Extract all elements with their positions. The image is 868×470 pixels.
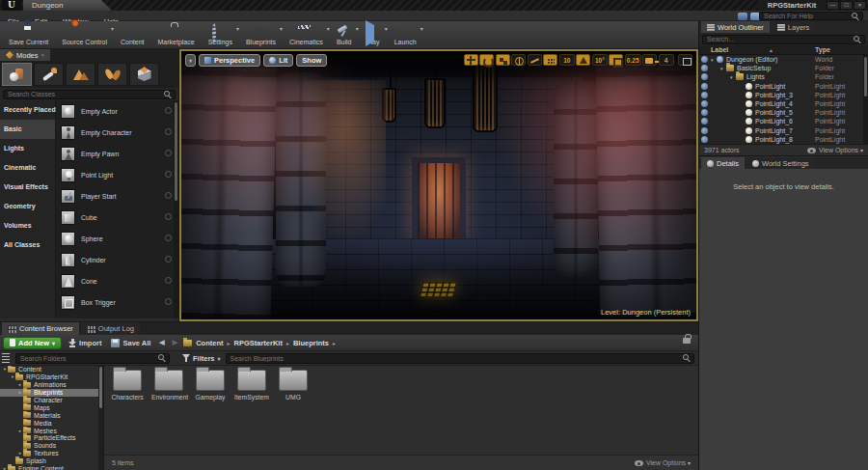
- details-tab[interactable]: Details: [701, 157, 745, 169]
- rotation-snap-value[interactable]: 10°: [592, 54, 608, 66]
- visibility-eye-icon[interactable]: [701, 65, 708, 71]
- placement-category[interactable]: Recently Placed: [0, 100, 55, 120]
- save-all-button[interactable]: Save All: [108, 339, 153, 347]
- toolbar-button[interactable]: Build ▾: [330, 21, 359, 48]
- level-tab[interactable]: Dungeon: [23, 0, 112, 11]
- search-assets-input[interactable]: [227, 354, 693, 363]
- toolbar-button[interactable]: Play ▾: [359, 21, 388, 48]
- lit-mode-button[interactable]: Lit: [263, 54, 293, 67]
- grid-snap-toggle[interactable]: [543, 54, 557, 66]
- tree-folder-row[interactable]: Media: [0, 419, 103, 427]
- outliner-scrollbar[interactable]: [863, 55, 868, 144]
- rotation-snap-toggle[interactable]: [576, 54, 590, 66]
- search-classes-input[interactable]: [4, 91, 175, 98]
- column-label[interactable]: Label: [711, 45, 728, 55]
- asset-folder[interactable]: Environment: [151, 370, 186, 401]
- outliner-row[interactable]: ▾ Dungeon (Editor) World: [699, 55, 868, 64]
- tab-modes[interactable]: Modes ×: [0, 49, 50, 61]
- drag-grip-icon[interactable]: [165, 192, 172, 199]
- tree-folder-row[interactable]: ▸ Engine Content: [0, 465, 103, 470]
- search-folders-input[interactable]: [16, 354, 169, 363]
- tree-folder-row[interactable]: ▸ Meshes: [0, 427, 103, 434]
- visibility-eye-icon[interactable]: [701, 136, 708, 143]
- placeable-item[interactable]: Cylinder: [56, 249, 178, 270]
- tree-folder-row[interactable]: ▾ RPGStarterKit: [0, 373, 103, 381]
- placeable-item[interactable]: Empty Character: [56, 122, 178, 143]
- visibility-eye-icon[interactable]: [701, 118, 708, 124]
- tree-folder-row[interactable]: Materials: [0, 411, 103, 419]
- camera-speed-button[interactable]: [642, 54, 657, 66]
- drag-grip-icon[interactable]: [165, 256, 172, 263]
- breadcrumb-item[interactable]: Content: [196, 339, 223, 347]
- tree-folder-row[interactable]: Splash: [0, 457, 103, 465]
- scale-snap-toggle[interactable]: [609, 54, 623, 66]
- outliner-row[interactable]: PointLight_4 PointLight: [699, 99, 868, 108]
- toolbar-button[interactable]: Save Current: [2, 21, 55, 48]
- placeable-item[interactable]: Sphere: [56, 228, 178, 249]
- drag-grip-icon[interactable]: [165, 128, 172, 135]
- outliner-row[interactable]: PointLight PointLight: [699, 82, 868, 91]
- details-tab[interactable]: World Settings: [746, 157, 815, 169]
- drag-grip-icon[interactable]: [165, 298, 172, 305]
- tree-folder-row[interactable]: Sounds: [0, 442, 103, 450]
- outliner-row[interactable]: PointLight_8 PointLight: [699, 135, 868, 144]
- placeable-item[interactable]: Player Start: [56, 185, 178, 207]
- placeable-item[interactable]: Point Light: [56, 164, 178, 185]
- tree-folder-row[interactable]: ▸ Animations: [0, 381, 103, 389]
- outliner-row[interactable]: ▾ Lights Folder: [699, 72, 868, 81]
- drag-grip-icon[interactable]: [165, 235, 172, 241]
- tree-scrollbar[interactable]: [98, 366, 103, 470]
- move-tool-button[interactable]: [464, 54, 478, 66]
- breadcrumb-item[interactable]: Blueprints: [293, 339, 329, 347]
- world-space-toggle[interactable]: [511, 54, 526, 66]
- visibility-eye-icon[interactable]: [701, 127, 708, 134]
- placement-scrollbar[interactable]: [174, 100, 178, 318]
- grid-snap-value[interactable]: 10: [559, 54, 575, 66]
- toolbar-button[interactable]: Content: [114, 21, 151, 48]
- surface-snap-toggle[interactable]: [528, 54, 542, 66]
- placeable-item[interactable]: Box Trigger: [56, 291, 178, 313]
- back-button[interactable]: ◀: [157, 339, 166, 346]
- breadcrumb-item[interactable]: RPGStarterKit: [233, 339, 282, 347]
- asset-folder[interactable]: UMG: [276, 370, 311, 401]
- outliner-search-input[interactable]: [703, 36, 864, 43]
- maximize-button[interactable]: □: [840, 1, 853, 10]
- placeable-item[interactable]: Cone: [56, 270, 178, 291]
- drag-grip-icon[interactable]: [165, 150, 172, 156]
- mode-button[interactable]: [66, 63, 95, 86]
- visibility-eye-icon[interactable]: [701, 109, 708, 116]
- placement-category[interactable]: Basic: [0, 120, 55, 139]
- visibility-eye-icon[interactable]: [701, 92, 708, 98]
- placement-category[interactable]: Lights: [0, 139, 55, 158]
- placeable-item[interactable]: Empty Actor: [56, 100, 178, 122]
- visibility-eye-icon[interactable]: [701, 73, 708, 80]
- asset-folder[interactable]: Gameplay: [193, 370, 228, 401]
- outliner-row[interactable]: ▾ BasicSetup Folder: [699, 64, 868, 72]
- placement-category[interactable]: Geometry: [0, 197, 55, 216]
- lock-icon[interactable]: [683, 338, 691, 344]
- tree-folder-row[interactable]: ParticleEffects: [0, 434, 103, 442]
- viewport-options-button[interactable]: ▾: [185, 54, 196, 67]
- toolbar-button[interactable]: Launch ▾: [388, 21, 423, 48]
- level-viewport[interactable]: ▾ Perspective Lit Show 10 10° 0.25 4 Lev…: [179, 49, 698, 321]
- toolbar-button[interactable]: Cinematics ▾: [283, 21, 330, 48]
- toolbar-button[interactable]: Settings ▾: [202, 21, 239, 48]
- cb-view-options[interactable]: View Options ▾: [635, 459, 691, 466]
- scale-snap-value[interactable]: 0.25: [625, 54, 641, 66]
- outliner-row[interactable]: PointLight_3 PointLight: [699, 91, 868, 99]
- placement-category[interactable]: Cinematic: [0, 158, 55, 178]
- mode-button[interactable]: [34, 63, 64, 86]
- outliner-view-options[interactable]: View Options ▾: [807, 147, 863, 153]
- visibility-eye-icon[interactable]: [701, 56, 708, 63]
- drag-grip-icon[interactable]: [165, 107, 172, 114]
- forward-button[interactable]: ▶: [171, 339, 179, 346]
- placeable-item[interactable]: Empty Pawn: [56, 143, 178, 164]
- tree-folder-row[interactable]: Maps: [0, 403, 103, 411]
- tree-folder-row[interactable]: Character: [0, 397, 103, 404]
- placeable-item[interactable]: Cube: [56, 207, 178, 228]
- mode-button[interactable]: [2, 63, 32, 86]
- column-type[interactable]: Type: [815, 45, 830, 55]
- sort-ascending-icon[interactable]: ▲: [769, 45, 773, 55]
- placement-category[interactable]: All Classes: [0, 235, 55, 255]
- drag-grip-icon[interactable]: [165, 277, 172, 284]
